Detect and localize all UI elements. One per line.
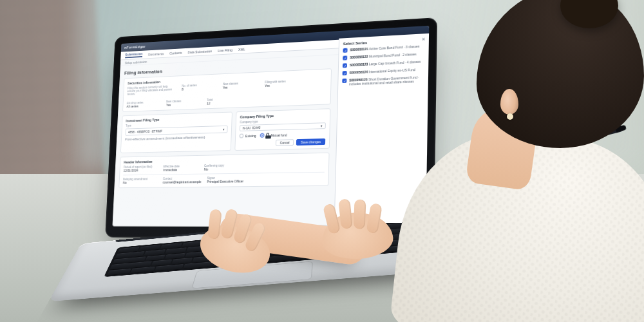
field-label: Contact <box>163 176 202 180</box>
checkbox-checked-icon[interactable]: ✓ <box>343 55 347 60</box>
securities-heading: Securities information <box>128 72 327 85</box>
laptop-screen: nFormEdgar Submission Documents Contacts… <box>112 26 429 227</box>
nav-tab-datasubmission[interactable]: Data Submission <box>187 49 212 54</box>
series-id: S000058124 <box>350 70 368 75</box>
series-id: S000058121 <box>350 47 368 52</box>
save-changes-button[interactable]: Save changes <box>296 138 325 146</box>
inv-type-value: 485B · 485BPOS · ETF/MF <box>128 129 162 134</box>
series-item-text: S000058121 Active Core Bond Fund · 3 cla… <box>350 44 419 53</box>
field-label: Filing with series <box>265 79 302 84</box>
checkbox-checked-icon[interactable]: ✓ <box>343 48 347 53</box>
series-item[interactable]: ✓ S000058124 International Equity ex-US … <box>343 67 424 75</box>
radio-label: Mutual fund <box>270 133 287 137</box>
select-series-panel: ✕ Select Series ✓ S000058121 Active Core… <box>334 33 430 227</box>
nav-tab-submission[interactable]: Submission <box>125 52 142 59</box>
securities-description: Filing this section correctly will help … <box>127 85 176 96</box>
main-content: Filing Information Securities informatio… <box>112 55 337 227</box>
radio-existing[interactable]: Existing <box>240 133 256 138</box>
app-brand: nFormEdgar <box>124 44 146 49</box>
company-filing-type-card: Company Filing Type Company type N-1A / … <box>234 108 330 151</box>
investment-filing-type-card: Investment Filing Type Type 485B · 485BP… <box>120 111 232 153</box>
series-item[interactable]: ✓ S000058122 Municipal Bond Fund · 2 cla… <box>343 52 424 60</box>
inv-type-field-label: Type <box>126 121 228 128</box>
series-item[interactable]: ✓ S000058125 Short Duration Government F… <box>342 75 424 87</box>
series-item[interactable]: ✓ S000058123 Large Cap Growth Fund · 4 c… <box>343 59 424 68</box>
radio-label: Existing <box>245 134 256 138</box>
series-desc: Municipal Bond Fund · 2 classes <box>369 52 417 59</box>
inv-type-select[interactable]: 485B · 485BPOS · ETF/MF ▾ <box>125 126 227 136</box>
nav-tab-xml[interactable]: XML <box>238 47 245 51</box>
field-value: No <box>123 180 157 184</box>
inv-type-heading: Investment Filing Type <box>126 115 228 122</box>
field-label: New classes <box>166 99 201 103</box>
chevron-down-icon: ▾ <box>223 128 225 131</box>
nav-tab-livefiling[interactable]: Live Filing <box>218 48 232 52</box>
field-value: Principal Executive Officer <box>207 179 243 184</box>
field-label: Period of report (as filed) <box>124 165 158 169</box>
field-label: New classes <box>223 81 259 86</box>
lock-icon <box>266 133 269 136</box>
photo-environment: nFormEdgar Submission Documents Contacts… <box>0 0 644 322</box>
field-value: No <box>204 167 240 171</box>
app-window: nFormEdgar Submission Documents Contacts… <box>112 26 429 227</box>
series-desc: International Equity ex-US Fund <box>368 68 415 73</box>
comp-type-options: Existing Mutual fund <box>240 131 326 138</box>
field-label: Signer <box>207 176 244 180</box>
field-value: 12/31/2024 <box>124 168 158 173</box>
field-value: All series <box>126 104 160 109</box>
field-value: Yes <box>223 84 259 90</box>
chevron-down-icon: ▾ <box>321 124 323 128</box>
comp-type-select[interactable]: N-1A / ICA40 ▾ <box>240 122 326 131</box>
header-information-card: Header Information Period of report (as … <box>118 153 329 188</box>
securities-information-card: Securities information Filing this secti… <box>122 68 332 112</box>
field-value: counsel@registrant.example <box>163 180 202 184</box>
series-desc: Active Core Bond Fund · 3 classes <box>369 44 420 51</box>
series-item[interactable]: ✓ S000058121 Active Core Bond Fund · 3 c… <box>343 44 424 53</box>
field-label: Delaying amendment <box>123 177 157 180</box>
nav-tab-documents[interactable]: Documents <box>148 52 164 56</box>
page-title: Filing Information <box>124 60 332 75</box>
checkbox-checked-icon[interactable]: ✓ <box>343 63 347 68</box>
field-label: Existing series <box>127 100 161 105</box>
radio-mutual-fund[interactable]: Mutual fund <box>260 133 287 138</box>
radio-icon <box>240 134 244 138</box>
field-value: Yes <box>166 102 201 107</box>
checkbox-checked-icon[interactable]: ✓ <box>343 71 347 75</box>
inv-type-description: Post-effective amendment (immediate effe… <box>125 135 227 141</box>
field-value: 12 <box>207 100 243 106</box>
breadcrumb-text: Setup submission <box>125 60 147 64</box>
field-label: Effective date <box>164 164 198 168</box>
cancel-button[interactable]: Cancel <box>276 139 294 146</box>
field-label: Total <box>207 97 243 102</box>
field-value: Immediate <box>163 167 198 172</box>
field-value: 8 <box>182 86 217 91</box>
radio-checked-icon <box>260 133 264 138</box>
comp-type-value: N-1A / ICA40 <box>243 126 261 130</box>
series-id: S000058123 <box>350 62 368 67</box>
field-label: Confirming copy <box>204 164 240 167</box>
field-label: No. of series <box>182 83 217 88</box>
checkbox-checked-icon[interactable]: ✓ <box>342 79 346 83</box>
close-icon[interactable]: ✕ <box>421 37 425 42</box>
field-value: Yes <box>265 82 302 88</box>
series-desc: Large Cap Growth Fund · 4 classes <box>369 60 421 66</box>
series-id: S000058122 <box>350 55 368 59</box>
nav-tab-contacts[interactable]: Contacts <box>169 51 182 55</box>
